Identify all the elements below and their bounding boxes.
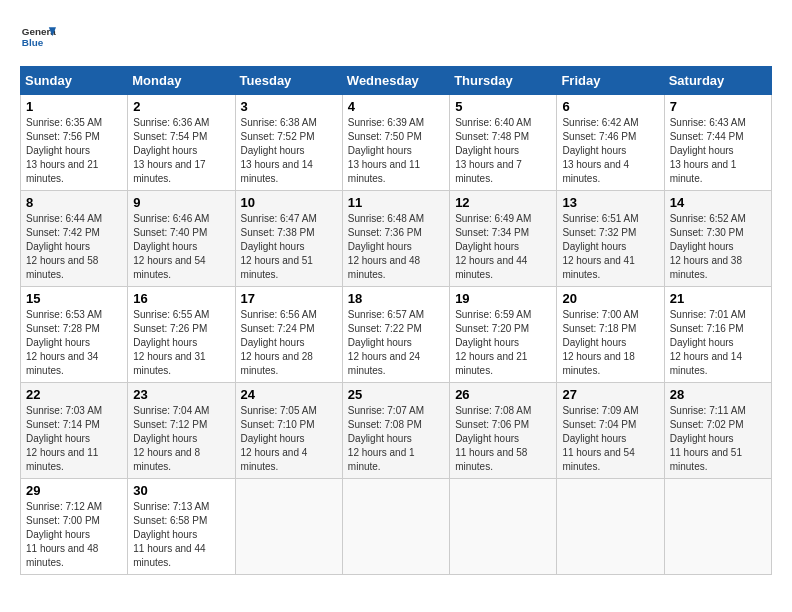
day-number: 19 [455,291,551,306]
day-info: Sunrise: 6:40 AMSunset: 7:48 PMDaylight … [455,116,551,186]
calendar-cell: 10Sunrise: 6:47 AMSunset: 7:38 PMDayligh… [235,191,342,287]
day-info: Sunrise: 7:05 AMSunset: 7:10 PMDaylight … [241,404,337,474]
calendar-cell: 6Sunrise: 6:42 AMSunset: 7:46 PMDaylight… [557,95,664,191]
calendar-cell: 25Sunrise: 7:07 AMSunset: 7:08 PMDayligh… [342,383,449,479]
calendar-cell [450,479,557,575]
day-number: 13 [562,195,658,210]
weekday-header-sunday: Sunday [21,67,128,95]
calendar-cell: 19Sunrise: 6:59 AMSunset: 7:20 PMDayligh… [450,287,557,383]
calendar-cell: 18Sunrise: 6:57 AMSunset: 7:22 PMDayligh… [342,287,449,383]
day-number: 23 [133,387,229,402]
calendar-cell: 1Sunrise: 6:35 AMSunset: 7:56 PMDaylight… [21,95,128,191]
day-number: 11 [348,195,444,210]
calendar-cell: 4Sunrise: 6:39 AMSunset: 7:50 PMDaylight… [342,95,449,191]
day-number: 10 [241,195,337,210]
calendar-week-2: 8Sunrise: 6:44 AMSunset: 7:42 PMDaylight… [21,191,772,287]
calendar-week-4: 22Sunrise: 7:03 AMSunset: 7:14 PMDayligh… [21,383,772,479]
day-number: 26 [455,387,551,402]
day-info: Sunrise: 6:43 AMSunset: 7:44 PMDaylight … [670,116,766,186]
day-info: Sunrise: 6:42 AMSunset: 7:46 PMDaylight … [562,116,658,186]
calendar-cell: 26Sunrise: 7:08 AMSunset: 7:06 PMDayligh… [450,383,557,479]
day-info: Sunrise: 6:52 AMSunset: 7:30 PMDaylight … [670,212,766,282]
calendar-cell: 30Sunrise: 7:13 AMSunset: 6:58 PMDayligh… [128,479,235,575]
calendar-week-3: 15Sunrise: 6:53 AMSunset: 7:28 PMDayligh… [21,287,772,383]
day-info: Sunrise: 6:39 AMSunset: 7:50 PMDaylight … [348,116,444,186]
calendar-cell: 20Sunrise: 7:00 AMSunset: 7:18 PMDayligh… [557,287,664,383]
day-info: Sunrise: 6:47 AMSunset: 7:38 PMDaylight … [241,212,337,282]
day-number: 2 [133,99,229,114]
day-number: 6 [562,99,658,114]
day-number: 17 [241,291,337,306]
day-number: 3 [241,99,337,114]
day-number: 30 [133,483,229,498]
day-info: Sunrise: 6:36 AMSunset: 7:54 PMDaylight … [133,116,229,186]
day-number: 9 [133,195,229,210]
day-info: Sunrise: 6:53 AMSunset: 7:28 PMDaylight … [26,308,122,378]
calendar-cell: 3Sunrise: 6:38 AMSunset: 7:52 PMDaylight… [235,95,342,191]
day-info: Sunrise: 6:59 AMSunset: 7:20 PMDaylight … [455,308,551,378]
day-info: Sunrise: 6:51 AMSunset: 7:32 PMDaylight … [562,212,658,282]
weekday-header-saturday: Saturday [664,67,771,95]
day-info: Sunrise: 6:55 AMSunset: 7:26 PMDaylight … [133,308,229,378]
calendar-cell: 27Sunrise: 7:09 AMSunset: 7:04 PMDayligh… [557,383,664,479]
day-number: 14 [670,195,766,210]
day-info: Sunrise: 6:57 AMSunset: 7:22 PMDaylight … [348,308,444,378]
day-info: Sunrise: 7:07 AMSunset: 7:08 PMDaylight … [348,404,444,474]
day-info: Sunrise: 7:00 AMSunset: 7:18 PMDaylight … [562,308,658,378]
day-number: 12 [455,195,551,210]
calendar-week-5: 29Sunrise: 7:12 AMSunset: 7:00 PMDayligh… [21,479,772,575]
day-info: Sunrise: 6:38 AMSunset: 7:52 PMDaylight … [241,116,337,186]
day-info: Sunrise: 7:11 AMSunset: 7:02 PMDaylight … [670,404,766,474]
day-info: Sunrise: 6:56 AMSunset: 7:24 PMDaylight … [241,308,337,378]
calendar-cell: 5Sunrise: 6:40 AMSunset: 7:48 PMDaylight… [450,95,557,191]
day-info: Sunrise: 6:44 AMSunset: 7:42 PMDaylight … [26,212,122,282]
day-number: 18 [348,291,444,306]
calendar-cell: 23Sunrise: 7:04 AMSunset: 7:12 PMDayligh… [128,383,235,479]
calendar-cell: 22Sunrise: 7:03 AMSunset: 7:14 PMDayligh… [21,383,128,479]
calendar-cell: 21Sunrise: 7:01 AMSunset: 7:16 PMDayligh… [664,287,771,383]
logo: General Blue [20,20,56,56]
day-info: Sunrise: 7:04 AMSunset: 7:12 PMDaylight … [133,404,229,474]
calendar-cell: 13Sunrise: 6:51 AMSunset: 7:32 PMDayligh… [557,191,664,287]
weekday-header-wednesday: Wednesday [342,67,449,95]
calendar-cell: 12Sunrise: 6:49 AMSunset: 7:34 PMDayligh… [450,191,557,287]
day-number: 4 [348,99,444,114]
day-number: 20 [562,291,658,306]
weekday-header-thursday: Thursday [450,67,557,95]
calendar-cell: 24Sunrise: 7:05 AMSunset: 7:10 PMDayligh… [235,383,342,479]
calendar-cell: 14Sunrise: 6:52 AMSunset: 7:30 PMDayligh… [664,191,771,287]
day-number: 5 [455,99,551,114]
day-info: Sunrise: 7:03 AMSunset: 7:14 PMDaylight … [26,404,122,474]
weekday-header-friday: Friday [557,67,664,95]
calendar-table: SundayMondayTuesdayWednesdayThursdayFrid… [20,66,772,575]
day-number: 1 [26,99,122,114]
day-number: 7 [670,99,766,114]
calendar-cell [664,479,771,575]
calendar-cell: 9Sunrise: 6:46 AMSunset: 7:40 PMDaylight… [128,191,235,287]
calendar-cell [557,479,664,575]
day-number: 21 [670,291,766,306]
calendar-cell: 16Sunrise: 6:55 AMSunset: 7:26 PMDayligh… [128,287,235,383]
day-number: 28 [670,387,766,402]
day-info: Sunrise: 6:48 AMSunset: 7:36 PMDaylight … [348,212,444,282]
day-number: 22 [26,387,122,402]
day-info: Sunrise: 6:49 AMSunset: 7:34 PMDaylight … [455,212,551,282]
day-info: Sunrise: 7:09 AMSunset: 7:04 PMDaylight … [562,404,658,474]
page-header: General Blue [20,20,772,56]
weekday-header-tuesday: Tuesday [235,67,342,95]
calendar-cell: 7Sunrise: 6:43 AMSunset: 7:44 PMDaylight… [664,95,771,191]
day-info: Sunrise: 6:35 AMSunset: 7:56 PMDaylight … [26,116,122,186]
calendar-cell: 8Sunrise: 6:44 AMSunset: 7:42 PMDaylight… [21,191,128,287]
day-info: Sunrise: 7:01 AMSunset: 7:16 PMDaylight … [670,308,766,378]
general-blue-logo-icon: General Blue [20,20,56,56]
calendar-cell [235,479,342,575]
day-number: 16 [133,291,229,306]
calendar-cell: 2Sunrise: 6:36 AMSunset: 7:54 PMDaylight… [128,95,235,191]
calendar-cell: 28Sunrise: 7:11 AMSunset: 7:02 PMDayligh… [664,383,771,479]
day-number: 29 [26,483,122,498]
day-number: 15 [26,291,122,306]
calendar-cell: 15Sunrise: 6:53 AMSunset: 7:28 PMDayligh… [21,287,128,383]
day-number: 24 [241,387,337,402]
day-info: Sunrise: 7:13 AMSunset: 6:58 PMDaylight … [133,500,229,570]
weekday-header-monday: Monday [128,67,235,95]
